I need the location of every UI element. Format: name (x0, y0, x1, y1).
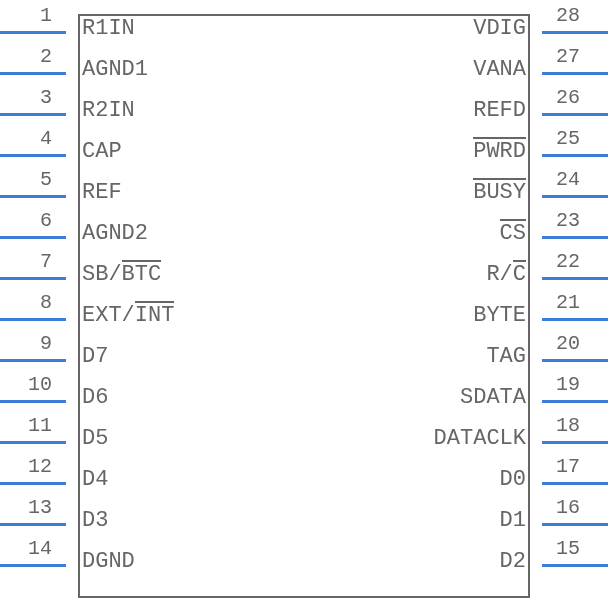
pin-3: 3R2IN (0, 90, 151, 130)
pin-lead (0, 236, 66, 239)
pin-lead (0, 72, 66, 75)
pin-lead (0, 154, 66, 157)
pin-14: 14DGND (0, 541, 151, 581)
pin-lead (542, 318, 608, 321)
pin-number: 7 (40, 250, 52, 273)
pin-lead (542, 236, 608, 239)
pin-15: 15D2 (484, 541, 608, 581)
pin-13: 13D3 (0, 500, 124, 540)
pin-number: 8 (40, 291, 52, 314)
pin-label: D4 (66, 467, 124, 492)
pin-label: AGND2 (66, 221, 164, 246)
pin-number: 24 (556, 168, 580, 191)
pin-number: 15 (556, 537, 580, 560)
pin-label: REFD (457, 98, 542, 123)
pin-27: 27VANA (457, 49, 608, 89)
pin-number: 22 (556, 250, 580, 273)
pin-number: 18 (556, 414, 580, 437)
pin-lead (0, 564, 66, 567)
pin-label: DGND (66, 549, 151, 574)
pin-2: 2AGND1 (0, 49, 164, 89)
pin-number: 19 (556, 373, 580, 396)
pin-number: 14 (28, 537, 52, 560)
pin-label: SDATA (444, 385, 542, 410)
pin-label: BUSY (457, 180, 542, 205)
pin-label: D2 (484, 549, 542, 574)
pin-23: 23CS (484, 213, 608, 253)
pin-lead (0, 482, 66, 485)
pin-lead (0, 523, 66, 526)
pin-label: REF (66, 180, 138, 205)
pin-17: 17D0 (484, 459, 608, 499)
pin-lead (542, 113, 608, 116)
pin-label: CS (484, 221, 542, 246)
pin-label: BYTE (457, 303, 542, 328)
pin-lead (542, 359, 608, 362)
pin-lead (0, 195, 66, 198)
pin-22: 22R/C (470, 254, 608, 294)
pin-number: 2 (40, 45, 52, 68)
pin-label: R/C (470, 262, 542, 287)
pin-number: 26 (556, 86, 580, 109)
pin-lead (542, 195, 608, 198)
pin-number: 27 (556, 45, 580, 68)
pin-lead (542, 400, 608, 403)
pin-number: 25 (556, 127, 580, 150)
pin-label: R2IN (66, 98, 151, 123)
pin-number: 10 (28, 373, 52, 396)
pin-label: VANA (457, 57, 542, 82)
pin-16: 16D1 (484, 500, 608, 540)
pin-label: D6 (66, 385, 124, 410)
ic-pinout-diagram: 1R1IN2AGND13R2IN4CAP5REF6AGND27SB/BTC8EX… (0, 0, 608, 612)
pin-6: 6AGND2 (0, 213, 164, 253)
pin-28: 28VDIG (457, 8, 608, 48)
pin-lead (542, 277, 608, 280)
pin-11: 11D5 (0, 418, 124, 458)
pin-lead (0, 31, 66, 34)
pin-lead (0, 318, 66, 321)
pin-lead (0, 277, 66, 280)
pin-12: 12D4 (0, 459, 124, 499)
pin-24: 24BUSY (457, 172, 608, 212)
pin-lead (542, 482, 608, 485)
pin-label: SB/BTC (66, 262, 177, 287)
pin-lead (542, 523, 608, 526)
pin-26: 26REFD (457, 90, 608, 130)
pin-lead (542, 441, 608, 444)
pin-label: D0 (484, 467, 542, 492)
pin-label: D1 (484, 508, 542, 533)
pin-number: 13 (28, 496, 52, 519)
pin-10: 10D6 (0, 377, 124, 417)
pin-lead (0, 359, 66, 362)
pin-lead (542, 72, 608, 75)
pin-number: 20 (556, 332, 580, 355)
pin-number: 9 (40, 332, 52, 355)
pin-9: 9D7 (0, 336, 124, 376)
pin-4: 4CAP (0, 131, 138, 171)
pin-label: VDIG (457, 16, 542, 41)
pin-20: 20TAG (470, 336, 608, 376)
pin-number: 5 (40, 168, 52, 191)
pin-25: 25PWRD (457, 131, 608, 171)
pin-label: CAP (66, 139, 138, 164)
pin-number: 6 (40, 209, 52, 232)
pin-label: EXT/INT (66, 303, 190, 328)
pin-8: 8EXT/INT (0, 295, 190, 335)
pin-label: D3 (66, 508, 124, 533)
pin-label: TAG (470, 344, 542, 369)
pin-label: R1IN (66, 16, 151, 41)
pin-lead (542, 564, 608, 567)
pin-number: 1 (40, 4, 52, 27)
pin-18: 18DATACLK (418, 418, 608, 458)
pin-number: 4 (40, 127, 52, 150)
pin-number: 23 (556, 209, 580, 232)
pin-number: 16 (556, 496, 580, 519)
pin-label: DATACLK (418, 426, 542, 451)
pin-lead (542, 31, 608, 34)
pin-5: 5REF (0, 172, 138, 212)
pin-label: PWRD (457, 139, 542, 164)
pin-number: 28 (556, 4, 580, 27)
pin-number: 11 (28, 414, 52, 437)
pin-lead (0, 441, 66, 444)
pin-label: D5 (66, 426, 124, 451)
